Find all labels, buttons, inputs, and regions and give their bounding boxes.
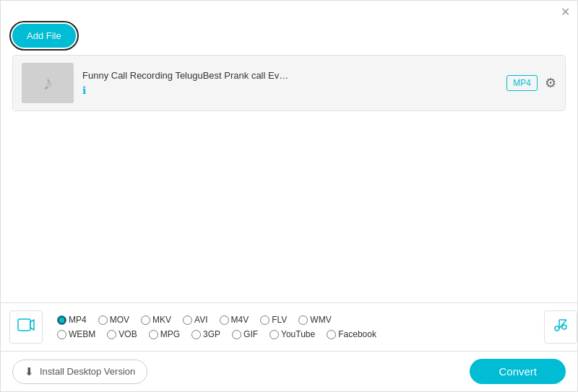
radio-facebook[interactable] [327, 330, 336, 339]
empty-area [1, 111, 577, 302]
format-option-facebook[interactable]: Facebook [321, 328, 382, 341]
format-option-mkv[interactable]: MKV [135, 313, 177, 326]
format-option-3gp[interactable]: 3GP [186, 328, 226, 341]
install-desktop-button[interactable]: ⬇ Install Desktop Version [12, 360, 147, 384]
format-option-flv[interactable]: FLV [254, 313, 293, 326]
radio-webm[interactable] [57, 330, 66, 339]
radio-mov[interactable] [98, 315, 108, 325]
file-list: ♪ Funny Call Recording TeluguBest Prank … [12, 55, 566, 111]
install-label: Install Desktop Version [40, 366, 135, 377]
close-button[interactable]: ✕ [561, 6, 570, 18]
convert-button[interactable]: Convert [470, 359, 566, 384]
format-option-m4v[interactable]: M4V [214, 313, 255, 326]
radio-gif[interactable] [232, 330, 241, 339]
video-icon [17, 315, 35, 339]
footer: ⬇ Install Desktop Version Convert [1, 351, 577, 391]
info-icon[interactable]: ℹ [82, 84, 86, 96]
format-option-mpg[interactable]: MPG [143, 328, 186, 341]
video-icon-box[interactable] [9, 310, 43, 344]
format-option-wmv[interactable]: WMV [293, 313, 337, 326]
radio-vob[interactable] [107, 330, 116, 339]
download-icon: ⬇ [25, 365, 34, 378]
format-option-gif[interactable]: GIF [226, 328, 264, 341]
toolbar: Add File [1, 21, 577, 55]
file-name: Funny Call Recording TeluguBest Prank ca… [82, 70, 498, 81]
audio-icon-box[interactable] [544, 310, 577, 344]
title-bar: ✕ [1, 1, 577, 21]
settings-icon[interactable]: ⚙ [545, 75, 556, 91]
radio-mp4[interactable] [57, 315, 66, 325]
radio-mkv[interactable] [141, 315, 150, 325]
radio-youtube[interactable] [269, 330, 279, 339]
format-option-webm[interactable]: WEBM [51, 328, 101, 341]
svg-point-3 [562, 325, 566, 329]
file-info: Funny Call Recording TeluguBest Prank ca… [82, 70, 498, 97]
radio-3gp[interactable] [191, 330, 201, 339]
music-icon: ♪ [43, 71, 53, 95]
format-option-avi[interactable]: AVI [177, 313, 213, 326]
svg-rect-0 [18, 319, 30, 331]
file-actions: MP4 ⚙ [506, 75, 556, 91]
radio-avi[interactable] [183, 315, 192, 325]
svg-line-4 [559, 320, 566, 328]
file-item: ♪ Funny Call Recording TeluguBest Prank … [13, 56, 565, 110]
radio-flv[interactable] [260, 315, 269, 325]
svg-point-2 [555, 326, 559, 331]
radio-mpg[interactable] [149, 330, 158, 339]
format-option-mov[interactable]: MOV [92, 313, 135, 326]
format-option-vob[interactable]: VOB [101, 328, 142, 341]
format-option-mp4[interactable]: MP4 [51, 313, 92, 326]
radio-wmv[interactable] [298, 315, 308, 325]
svg-marker-1 [30, 320, 34, 330]
add-file-button[interactable]: Add File [12, 24, 76, 48]
audio-icon [551, 315, 570, 339]
format-panel: MP4 MOV MKV AVI [1, 302, 577, 351]
file-thumbnail: ♪ [22, 63, 74, 103]
format-section: MP4 MOV MKV AVI [1, 303, 544, 351]
radio-m4v[interactable] [220, 315, 229, 325]
format-badge[interactable]: MP4 [506, 75, 538, 91]
format-option-youtube[interactable]: YouTube [264, 328, 321, 341]
